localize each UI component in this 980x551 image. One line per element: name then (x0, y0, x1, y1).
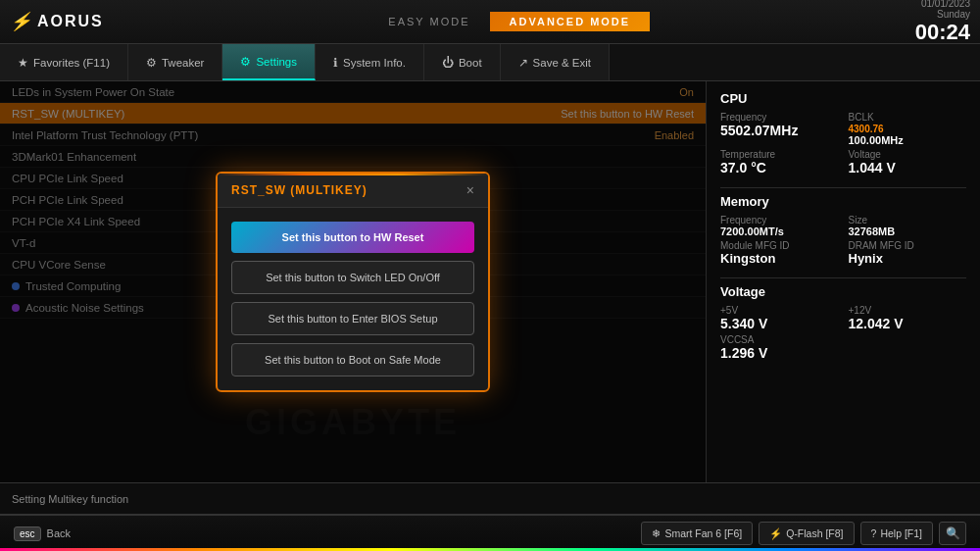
vccsa-value: 1.296 V (720, 345, 839, 361)
status-text: Setting Multikey function (12, 493, 128, 505)
mem-dram-label: DRAM MFG ID (849, 240, 967, 251)
boot-icon: ⏻ (442, 56, 454, 70)
help-icon: ? (871, 527, 877, 539)
modal-title: RST_SW (MULTIKEY) (231, 183, 368, 197)
smart-fan-icon: ❄ (652, 527, 661, 539)
nav-favorites-label: Favorites (F11) (33, 57, 110, 69)
cpu-bclk-label: BCLK (849, 112, 967, 123)
v12-col: +12V 12.042 V (849, 305, 967, 331)
mem-dram-value: Hynix (849, 251, 967, 266)
mem-module-value: Kingston (720, 251, 839, 266)
mem-dram-col: DRAM MFG ID Hynix (849, 240, 967, 266)
smart-fan-label: Smart Fan 6 [F6] (664, 527, 742, 539)
help-button[interactable]: ? Help [F1] (860, 522, 933, 545)
nav-save-label: Save & Exit (533, 57, 591, 69)
voltage-section: Voltage +5V 5.340 V +12V 12.042 V VCCSA … (720, 284, 966, 361)
divider-1 (720, 187, 966, 188)
nav-sysinfo[interactable]: ℹ System Info. (316, 44, 424, 80)
modal-btn-switch-led[interactable]: Set this button to Switch LED On/Off (231, 261, 474, 294)
modal-btn-safe-mode[interactable]: Set this button to Boot on Safe Mode (231, 343, 474, 376)
nav-boot-label: Boot (459, 57, 482, 69)
footer-bottom: esc Back ❄ Smart Fan 6 [F6] ⚡ Q-Flash [F… (0, 514, 980, 551)
nav-settings-label: Settings (256, 56, 297, 68)
cpu-temp-label: Temperature (720, 149, 839, 160)
v5-value: 5.340 V (720, 316, 839, 331)
nav-tweaker[interactable]: ⚙ Tweaker (128, 44, 222, 80)
cpu-voltage-col: Voltage 1.044 V (849, 149, 967, 175)
v12-value: 12.042 V (849, 316, 967, 331)
main-content: LEDs in System Power On State On RST_SW … (0, 81, 980, 482)
save-icon: ↗ (518, 56, 528, 70)
mem-freq-col: Frequency 7200.00MT/s (720, 215, 839, 237)
left-panel: LEDs in System Power On State On RST_SW … (0, 81, 706, 482)
advanced-mode-button[interactable]: ADVANCED MODE (490, 12, 651, 31)
cpu-voltage-value: 1.044 V (849, 160, 967, 175)
day-display: Sunday (915, 9, 970, 20)
memory-stats: Frequency 7200.00MT/s Size 32768MB Modul… (720, 215, 966, 266)
cpu-freq-value: 5502.07MHz (720, 123, 839, 138)
datetime: 01/01/2023 Sunday 00:24 (915, 0, 970, 45)
mode-switcher: EASY MODE ADVANCED MODE (368, 12, 650, 31)
cpu-voltage-label: Voltage (849, 149, 967, 160)
cpu-bclk-col: BCLK 4300.76 100.00MHz (849, 112, 967, 146)
time-display: 00:24 (915, 20, 970, 45)
cpu-freq-col: Frequency 5502.07MHz (720, 112, 839, 146)
memory-section: Memory Frequency 7200.00MT/s Size 32768M… (720, 194, 966, 266)
modal-body: Set this button to HW Reset Set this but… (218, 208, 488, 390)
modal-header: RST_SW (MULTIKEY) × (218, 174, 488, 208)
search-icon: 🔍 (946, 526, 960, 540)
mem-size-col: Size 32768MB (849, 215, 967, 237)
nav-settings[interactable]: ⚙ Settings (222, 44, 316, 80)
modal-overlay: RST_SW (MULTIKEY) × Set this button to H… (0, 81, 706, 482)
cpu-section: CPU Frequency 5502.07MHz BCLK 4300.76 10… (720, 91, 966, 175)
mem-size-label: Size (849, 215, 967, 225)
mem-size-value: 32768MB (849, 225, 967, 237)
mem-module-col: Module MFG ID Kingston (720, 240, 839, 266)
cpu-stats: Frequency 5502.07MHz BCLK 4300.76 100.00… (720, 112, 966, 175)
voltage-stats: +5V 5.340 V +12V 12.042 V VCCSA 1.296 V (720, 305, 966, 361)
settings-icon: ⚙ (240, 55, 251, 69)
logo: ⚡ AORUS (10, 11, 104, 32)
easy-mode-button[interactable]: EASY MODE (368, 12, 489, 31)
logo-icon: ⚡ (10, 11, 31, 32)
nav-sysinfo-label: System Info. (343, 57, 406, 69)
mem-module-label: Module MFG ID (720, 240, 839, 251)
modal-close-button[interactable]: × (466, 183, 474, 197)
nav-boot[interactable]: ⏻ Boot (424, 44, 501, 80)
v5-col: +5V 5.340 V (720, 305, 839, 331)
header: ⚡ AORUS EASY MODE ADVANCED MODE 01/01/20… (0, 0, 980, 44)
sysinfo-icon: ℹ (333, 56, 338, 70)
logo-text: AORUS (37, 13, 104, 30)
back-label: Back (47, 527, 71, 539)
navbar: ★ Favorites (F11) ⚙ Tweaker ⚙ Settings ℹ… (0, 44, 980, 81)
modal-btn-hw-reset[interactable]: Set this button to HW Reset (231, 222, 474, 253)
date-display: 01/01/2023 (915, 0, 970, 9)
memory-title: Memory (720, 194, 966, 209)
qflash-button[interactable]: ⚡ Q-Flash [F8] (759, 522, 854, 545)
search-button[interactable]: 🔍 (939, 522, 966, 545)
nav-save-exit[interactable]: ↗ Save & Exit (501, 44, 610, 80)
vccsa-col: VCCSA 1.296 V (720, 334, 839, 361)
v5-label: +5V (720, 305, 839, 316)
qflash-icon: ⚡ (769, 527, 782, 540)
qflash-label: Q-Flash [F8] (786, 527, 843, 539)
status-bar: Setting Multikey function (0, 482, 980, 514)
v12-label: +12V (849, 305, 967, 316)
smart-fan-button[interactable]: ❄ Smart Fan 6 [F6] (641, 522, 753, 545)
divider-2 (720, 277, 966, 278)
cpu-bclk-unit: 100.00MHz (849, 134, 967, 146)
mem-freq-label: Frequency (720, 215, 839, 225)
nav-favorites[interactable]: ★ Favorites (F11) (0, 44, 128, 80)
esc-back-button[interactable]: esc Back (14, 526, 71, 541)
modal-btn-enter-bios[interactable]: Set this button to Enter BIOS Setup (231, 302, 474, 335)
voltage-title: Voltage (720, 284, 966, 299)
mem-freq-value: 7200.00MT/s (720, 225, 839, 237)
modal-dialog: RST_SW (MULTIKEY) × Set this button to H… (216, 172, 490, 392)
help-label: Help [F1] (880, 527, 922, 539)
right-panel: CPU Frequency 5502.07MHz BCLK 4300.76 10… (706, 81, 980, 482)
esc-key: esc (14, 526, 41, 541)
footer-actions: ❄ Smart Fan 6 [F6] ⚡ Q-Flash [F8] ? Help… (641, 522, 966, 545)
nav-tweaker-label: Tweaker (162, 57, 204, 69)
cpu-temp-value: 37.0 °C (720, 160, 839, 175)
tweaker-icon: ⚙ (146, 56, 157, 70)
